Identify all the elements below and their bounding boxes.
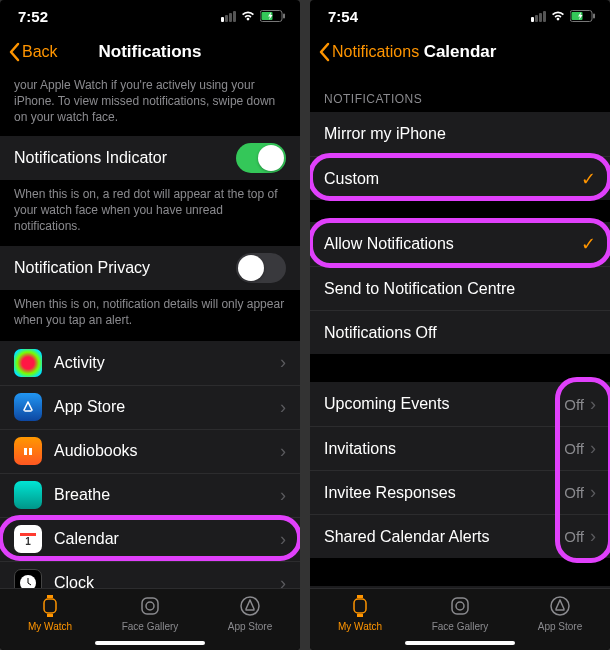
indicator-desc: When this is on, a red dot will appear a… <box>0 180 300 247</box>
row-label: Shared Calendar Alerts <box>324 528 564 546</box>
audiobooks-icon <box>14 437 42 465</box>
row-value: Off <box>564 396 584 413</box>
wifi-icon <box>240 10 256 22</box>
row-notifications-off[interactable]: Notifications Off <box>310 310 610 354</box>
row-notifications-indicator[interactable]: Notifications Indicator <box>0 136 300 180</box>
row-custom[interactable]: Custom ✓ <box>310 156 610 200</box>
svg-text:1: 1 <box>25 536 31 547</box>
home-indicator[interactable] <box>405 641 515 645</box>
scroll-area[interactable]: your Apple Watch if you're actively usin… <box>0 72 300 588</box>
chevron-right-icon: › <box>590 526 596 547</box>
row-label: Custom <box>324 170 581 188</box>
app-row-audiobooks[interactable]: Audiobooks › <box>0 429 300 473</box>
status-time: 7:54 <box>328 8 358 25</box>
row-invitations[interactable]: Invitations Off › <box>310 426 610 470</box>
row-label: Breathe <box>54 486 278 504</box>
battery-icon <box>570 10 596 22</box>
row-mirror-iphone[interactable]: Mirror my iPhone <box>310 112 610 156</box>
chevron-right-icon: › <box>280 485 286 506</box>
svg-rect-16 <box>357 595 363 598</box>
nav-bar: Back Notifications <box>0 32 300 72</box>
breathe-icon <box>14 481 42 509</box>
appstore-icon <box>14 393 42 421</box>
chevron-right-icon: › <box>590 438 596 459</box>
svg-rect-18 <box>452 598 468 614</box>
row-label: Invitations <box>324 440 564 458</box>
battery-icon <box>260 10 286 22</box>
row-value: Off <box>564 440 584 457</box>
nav-bar: Notifications Calendar <box>310 32 610 72</box>
chevron-right-icon: › <box>280 573 286 589</box>
row-label: App Store <box>54 398 278 416</box>
back-button[interactable]: Notifications <box>318 42 419 62</box>
row-shared-calendar-alerts[interactable]: Shared Calendar Alerts Off › <box>310 514 610 558</box>
svg-rect-17 <box>357 614 363 617</box>
tab-face-gallery[interactable]: Face Gallery <box>410 593 510 632</box>
tab-app-store[interactable]: App Store <box>200 593 300 632</box>
wifi-icon <box>550 10 566 22</box>
face-gallery-icon <box>139 593 161 619</box>
section-header: NOTIFICATIONS <box>310 72 610 112</box>
back-button[interactable]: Back <box>8 42 58 62</box>
svg-rect-7 <box>47 595 53 598</box>
row-allow-notifications[interactable]: Allow Notifications ✓ <box>310 222 610 266</box>
app-row-calendar[interactable]: 1 Calendar › <box>0 517 300 561</box>
privacy-desc: When this is on, notification details wi… <box>0 290 300 340</box>
svg-rect-6 <box>44 599 56 613</box>
scroll-area[interactable]: NOTIFICATIONS Mirror my iPhone Custom ✓ … <box>310 72 610 588</box>
row-label: Notifications Indicator <box>14 149 236 167</box>
tab-label: App Store <box>538 621 582 632</box>
app-row-clock[interactable]: Clock › <box>0 561 300 589</box>
checkmark-icon: ✓ <box>581 233 596 255</box>
back-label: Back <box>22 43 58 61</box>
row-value: Off <box>564 484 584 501</box>
clock-icon <box>14 569 42 588</box>
chevron-right-icon: › <box>280 352 286 373</box>
row-label: Mirror my iPhone <box>324 125 596 143</box>
tab-my-watch[interactable]: My Watch <box>310 593 410 632</box>
app-row-appstore[interactable]: App Store › <box>0 385 300 429</box>
row-send-to-center[interactable]: Send to Notification Centre <box>310 266 610 310</box>
app-row-activity[interactable]: Activity › <box>0 341 300 385</box>
signal-icon <box>531 11 546 22</box>
watch-icon <box>351 593 369 619</box>
row-label: Notifications Off <box>324 324 596 342</box>
status-bar: 7:52 <box>0 0 300 32</box>
tab-app-store[interactable]: App Store <box>510 593 610 632</box>
status-bar: 7:54 <box>310 0 610 32</box>
tab-label: Face Gallery <box>432 621 489 632</box>
row-upcoming-events[interactable]: Upcoming Events Off › <box>310 382 610 426</box>
back-label: Notifications <box>332 43 419 61</box>
chevron-right-icon: › <box>590 482 596 503</box>
tab-label: Face Gallery <box>122 621 179 632</box>
status-right <box>221 10 286 22</box>
calendar-icon: 1 <box>14 525 42 553</box>
svg-rect-15 <box>354 599 366 613</box>
row-label: Activity <box>54 354 278 372</box>
activity-icon <box>14 349 42 377</box>
tab-label: My Watch <box>28 621 72 632</box>
row-notification-privacy[interactable]: Notification Privacy <box>0 246 300 290</box>
svg-point-19 <box>456 602 464 610</box>
chevron-left-icon <box>318 42 330 62</box>
tab-face-gallery[interactable]: Face Gallery <box>100 593 200 632</box>
home-indicator[interactable] <box>95 641 205 645</box>
checkmark-icon: ✓ <box>581 168 596 190</box>
row-label: Send to Notification Centre <box>324 280 596 298</box>
row-value: Off <box>564 528 584 545</box>
app-row-breathe[interactable]: Breathe › <box>0 473 300 517</box>
toggle-privacy[interactable] <box>236 253 286 283</box>
row-label: Upcoming Events <box>324 395 564 413</box>
row-invitee-responses[interactable]: Invitee Responses Off › <box>310 470 610 514</box>
svg-rect-2 <box>283 14 285 19</box>
chevron-right-icon: › <box>280 529 286 550</box>
toggle-indicator[interactable] <box>236 143 286 173</box>
chevron-right-icon: › <box>280 441 286 462</box>
tab-label: App Store <box>228 621 272 632</box>
screen-notifications: 7:52 Back Notifications your Apple Watch… <box>0 0 300 650</box>
intro-text: your Apple Watch if you're actively usin… <box>0 72 300 136</box>
appstore-tab-icon <box>239 593 261 619</box>
row-notification-grouping[interactable]: Notification Grouping Automatically › <box>310 586 610 588</box>
svg-rect-9 <box>142 598 158 614</box>
tab-my-watch[interactable]: My Watch <box>0 593 100 632</box>
